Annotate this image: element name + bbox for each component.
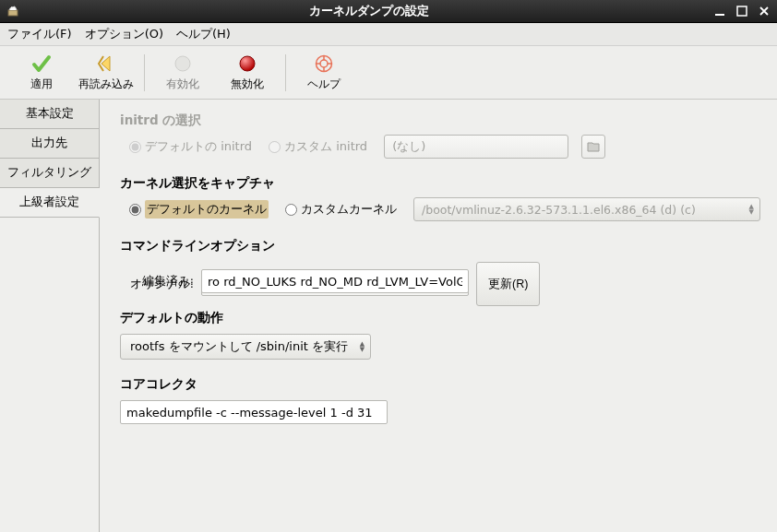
app-icon — [6, 4, 20, 18]
initrd-default-radio: デフォルトの initrd — [129, 138, 252, 155]
menu-file[interactable]: ファイル(F) — [7, 26, 72, 42]
reload-label: 再読み込み — [78, 77, 134, 92]
reload-icon — [95, 53, 117, 75]
kernel-custom-label: カスタムカーネル — [301, 201, 397, 218]
disable-label: 無効化 — [231, 77, 264, 92]
folder-icon — [587, 141, 600, 152]
initrd-default-radio-input — [129, 141, 141, 153]
enable-label: 有効化 — [166, 77, 199, 92]
initrd-path-field: (なし) — [384, 135, 568, 159]
default-action-value: rootfs をマウントして /sbin/init を実行 — [130, 338, 348, 355]
kernel-default-radio-input[interactable] — [129, 204, 141, 216]
collector-title: コアコレクタ — [120, 376, 760, 393]
svg-point-6 — [320, 60, 328, 67]
menu-options[interactable]: オプション(O) — [85, 26, 163, 42]
minimize-button[interactable] — [712, 6, 727, 17]
menubar: ファイル(F) オプション(O) ヘルプ(H) — [0, 23, 777, 46]
toolbar-separator — [285, 54, 286, 91]
initrd-default-label: デフォルトの initrd — [145, 138, 252, 155]
initrd-custom-label: カスタム initrd — [284, 138, 367, 155]
help-icon — [313, 53, 335, 75]
svg-rect-2 — [737, 6, 747, 16]
refresh-button[interactable]: 更新(R) — [476, 262, 540, 306]
titlebar: カーネルダンプの設定 — [0, 0, 777, 23]
kernel-path-value: /boot/vmlinuz-2.6.32-573.1.1.el6.x86_64 … — [422, 203, 696, 217]
menu-help[interactable]: ヘルプ(H) — [176, 26, 231, 42]
cmdline-title: コマンドラインオプション — [120, 238, 760, 254]
initrd-browse-button — [581, 135, 605, 159]
apply-icon — [30, 53, 53, 75]
enable-icon — [172, 53, 194, 75]
tab-output[interactable]: 出力先 — [0, 129, 100, 159]
initrd-title: initrd の選択 — [120, 112, 760, 129]
maximize-button[interactable] — [735, 6, 749, 17]
apply-button[interactable]: 適用 — [9, 49, 74, 97]
initrd-custom-radio: カスタム initrd — [269, 138, 367, 155]
help-button[interactable]: ヘルプ — [292, 49, 356, 97]
initrd-custom-radio-input — [269, 141, 281, 153]
help-label: ヘルプ — [307, 77, 341, 92]
disable-button[interactable]: 無効化 — [215, 49, 280, 97]
default-action-combo[interactable]: rootfs をマウントして /sbin/init を実行 ▲▼ — [120, 334, 371, 360]
kernel-custom-radio[interactable]: カスタムカーネル — [285, 201, 397, 218]
default-action-title: デフォルトの動作 — [120, 310, 760, 326]
kernel-custom-radio-input[interactable] — [285, 204, 297, 216]
updown-icon: ▲▼ — [360, 341, 365, 352]
tab-advanced[interactable]: 上級者設定 — [0, 188, 100, 218]
enable-button: 有効化 — [150, 49, 215, 97]
kernel-title: カーネル選択をキャプチャ — [120, 175, 760, 192]
workarea: 基本設定 出力先 フィルタリング 上級者設定 initrd の選択 デフォルトの… — [0, 100, 777, 532]
close-button[interactable] — [757, 6, 771, 17]
kernel-default-label: デフォルトのカーネル — [145, 200, 269, 219]
window-title: カーネルダンプの設定 — [26, 3, 712, 19]
tabs: 基本設定 出力先 フィルタリング 上級者設定 — [0, 100, 100, 532]
toolbar: 適用 再読み込み 有効化 無効化 ヘルプ — [0, 46, 777, 100]
reload-button[interactable]: 再読み込み — [74, 49, 138, 97]
disable-icon — [236, 53, 258, 75]
cmdline-edit-field[interactable] — [201, 269, 469, 293]
tab-basic[interactable]: 基本設定 — [0, 100, 100, 129]
initrd-path-value: (なし) — [392, 138, 425, 155]
toolbar-separator — [144, 54, 145, 91]
kernel-path-combo: /boot/vmlinuz-2.6.32-573.1.1.el6.x86_64 … — [413, 197, 760, 221]
svg-rect-1 — [715, 14, 724, 16]
updown-icon: ▲▼ — [749, 204, 754, 215]
cmdline-edit-label: 編集済み: — [120, 274, 194, 290]
tab-content-advanced: initrd の選択 デフォルトの initrd カスタム initrd (なし… — [100, 100, 777, 532]
kernel-default-radio[interactable]: デフォルトのカーネル — [129, 200, 269, 219]
collector-field[interactable] — [120, 400, 388, 424]
tab-filter[interactable]: フィルタリング — [0, 159, 100, 188]
svg-rect-0 — [8, 10, 18, 16]
svg-point-4 — [240, 56, 255, 71]
svg-point-3 — [175, 56, 190, 71]
apply-label: 適用 — [30, 77, 53, 92]
